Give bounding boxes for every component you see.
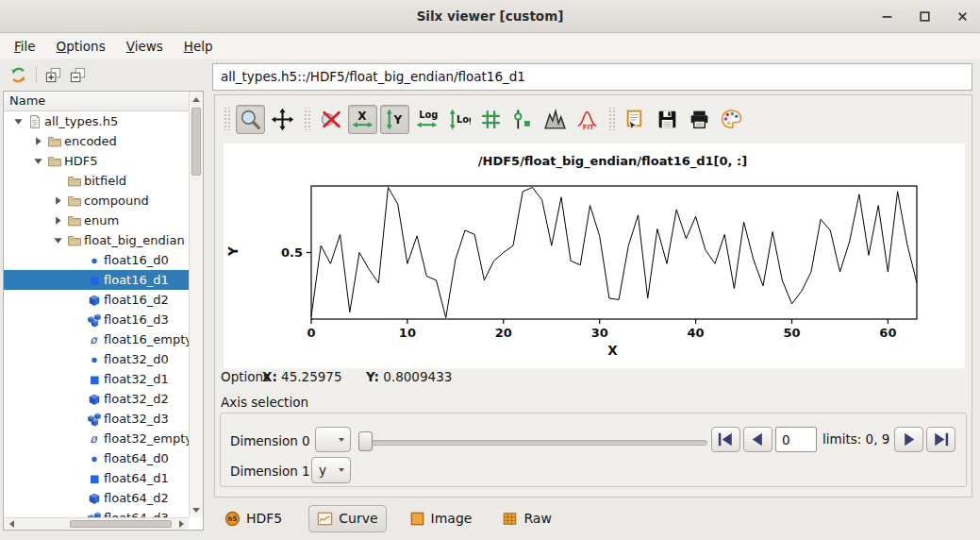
palette-button[interactable] bbox=[717, 105, 746, 134]
expander-open-icon[interactable] bbox=[11, 116, 25, 127]
histogram-button[interactable] bbox=[540, 105, 570, 134]
tree-item-float32_empty[interactable]: øfloat32_empty bbox=[4, 429, 189, 448]
menu-file[interactable]: File bbox=[4, 36, 46, 57]
tree-item-float_big_endian[interactable]: float_big_endian bbox=[4, 230, 189, 250]
cube-icon bbox=[85, 392, 104, 407]
tab-hdf5[interactable]: h5HDF5 bbox=[217, 506, 290, 532]
expander-closed-icon[interactable] bbox=[51, 215, 65, 226]
toolbar-drag-handle[interactable] bbox=[607, 108, 615, 130]
tree-item-float32_d0[interactable]: float32_d0 bbox=[4, 349, 189, 369]
tree-item-float16_d0[interactable]: float16_d0 bbox=[4, 250, 189, 270]
tree-item-float16_d3[interactable]: float16_d3 bbox=[4, 310, 189, 329]
save-button[interactable] bbox=[653, 105, 682, 134]
tree-item-float16_d1[interactable]: float16_d1 bbox=[4, 270, 189, 290]
tree-item-label: float32_empty bbox=[104, 431, 189, 446]
svg-text:0.5: 0.5 bbox=[281, 245, 303, 260]
tree-item-float32_d1[interactable]: float32_d1 bbox=[4, 369, 189, 389]
expander-closed-icon[interactable] bbox=[31, 136, 45, 146]
tree-item-float64_d1[interactable]: float64_d1 bbox=[4, 468, 189, 488]
curve-tab-icon bbox=[317, 511, 333, 527]
vertical-scroll-thumb[interactable] bbox=[191, 108, 201, 176]
tab-curve[interactable]: Curve bbox=[308, 505, 386, 532]
tree-vertical-scrollbar[interactable] bbox=[189, 92, 203, 517]
tree-item-all_types.h5[interactable]: all_types.h5 bbox=[4, 111, 189, 131]
collapse-all-button[interactable] bbox=[70, 67, 86, 83]
tree-item-float64_d2[interactable]: float64_d2 bbox=[4, 488, 189, 508]
tree-item-float16_empty[interactable]: øfloat16_empty bbox=[4, 329, 189, 349]
tree-item-float64_d3[interactable]: float64_d3 bbox=[4, 508, 189, 517]
frame-slider-track[interactable] bbox=[362, 440, 707, 446]
tab-image[interactable]: Image bbox=[402, 506, 480, 532]
curve-style-button[interactable] bbox=[508, 105, 538, 134]
toolbar-separator bbox=[36, 66, 37, 83]
toolbar-drag-handle[interactable] bbox=[223, 108, 230, 130]
tree-item-encoded[interactable]: encoded bbox=[4, 131, 189, 151]
previous-frame-button[interactable] bbox=[743, 427, 772, 452]
svg-text:Y: Y bbox=[392, 113, 402, 127]
horizontal-scroll-thumb[interactable] bbox=[70, 520, 172, 528]
expander-closed-icon[interactable] bbox=[51, 195, 65, 206]
zoom-mode-button[interactable] bbox=[236, 105, 265, 134]
cubes-icon bbox=[85, 511, 104, 518]
refresh-button[interactable] bbox=[9, 66, 27, 84]
pan-mode-button[interactable] bbox=[268, 105, 297, 134]
menu-options[interactable]: Options bbox=[46, 36, 116, 57]
square-icon bbox=[85, 471, 104, 486]
minimize-button[interactable] bbox=[874, 5, 899, 29]
cube-icon bbox=[85, 491, 104, 506]
scroll-down-icon[interactable] bbox=[190, 503, 203, 517]
tree-item-label: float16_d3 bbox=[104, 312, 169, 327]
last-frame-button[interactable] bbox=[926, 427, 955, 452]
fit-button[interactable]: FIT bbox=[573, 105, 602, 134]
scroll-up-icon[interactable] bbox=[190, 92, 203, 106]
dimension-0-label: Dimension 0 bbox=[230, 433, 310, 448]
x-autoscale-button[interactable]: X bbox=[348, 105, 377, 134]
x-log-scale-button[interactable]: Log bbox=[412, 105, 441, 134]
next-frame-button[interactable] bbox=[894, 427, 923, 452]
square-icon bbox=[85, 372, 104, 387]
expander-open-icon[interactable] bbox=[51, 235, 65, 245]
tree-item-HDF5[interactable]: HDF5 bbox=[4, 151, 189, 171]
tree-item-float32_d2[interactable]: float32_d2 bbox=[4, 389, 189, 409]
scroll-left-icon[interactable] bbox=[4, 518, 18, 530]
menu-views[interactable]: Views bbox=[116, 36, 174, 57]
dimension-1-combo[interactable]: y bbox=[311, 457, 351, 483]
svg-text:60: 60 bbox=[879, 326, 896, 340]
reset-zoom-button[interactable] bbox=[316, 105, 345, 134]
menu-bar: FileOptionsViewsHelp bbox=[0, 34, 980, 59]
tree-item-float64_d0[interactable]: float64_d0 bbox=[4, 448, 189, 468]
scroll-right-icon[interactable] bbox=[174, 518, 189, 530]
frame-index-input[interactable] bbox=[775, 427, 817, 452]
expander-open-icon[interactable] bbox=[31, 156, 45, 166]
first-frame-button[interactable] bbox=[711, 427, 740, 452]
tab-raw[interactable]: Raw bbox=[494, 506, 558, 532]
menu-help[interactable]: Help bbox=[174, 36, 224, 57]
close-button[interactable] bbox=[950, 5, 974, 29]
limits-label: limits: 0, 9 bbox=[822, 431, 889, 447]
print-button[interactable] bbox=[685, 105, 714, 134]
tree-item-bitfield[interactable]: bitfield bbox=[4, 171, 189, 191]
dataset-path-field[interactable]: all_types.h5::/HDF5/float_big_endian/flo… bbox=[212, 63, 972, 91]
maximize-button[interactable] bbox=[912, 5, 937, 29]
tree-item-float32_d3[interactable]: float32_d3 bbox=[4, 409, 189, 429]
grid-toggle-button[interactable] bbox=[476, 105, 506, 134]
copy-snapshot-button[interactable] bbox=[621, 105, 650, 134]
toolbar-drag-handle[interactable] bbox=[303, 108, 310, 130]
tree-item-float16_d2[interactable]: float16_d2 bbox=[4, 290, 189, 310]
cubes-icon bbox=[85, 412, 104, 427]
svg-text:40: 40 bbox=[688, 326, 705, 340]
y-log-scale-button[interactable]: Log bbox=[444, 105, 473, 134]
y-autoscale-button[interactable]: Y bbox=[380, 105, 409, 134]
tree-horizontal-scrollbar[interactable] bbox=[4, 517, 189, 530]
plot-canvas[interactable]: /HDF5/float_big_endian/float16_d1[0, :] … bbox=[224, 143, 965, 368]
tree-item-enum[interactable]: enum bbox=[4, 211, 189, 230]
expand-all-button[interactable] bbox=[45, 67, 61, 83]
tree-item-compound[interactable]: compound bbox=[4, 191, 189, 211]
dimension-0-combo[interactable] bbox=[315, 427, 351, 452]
dot-icon bbox=[85, 451, 104, 466]
tree-item-label: enum bbox=[84, 213, 119, 228]
tab-label: Curve bbox=[339, 511, 377, 526]
square-icon bbox=[85, 273, 104, 288]
frame-slider-thumb[interactable] bbox=[358, 431, 373, 451]
tree-header-name[interactable]: Name bbox=[4, 92, 189, 111]
